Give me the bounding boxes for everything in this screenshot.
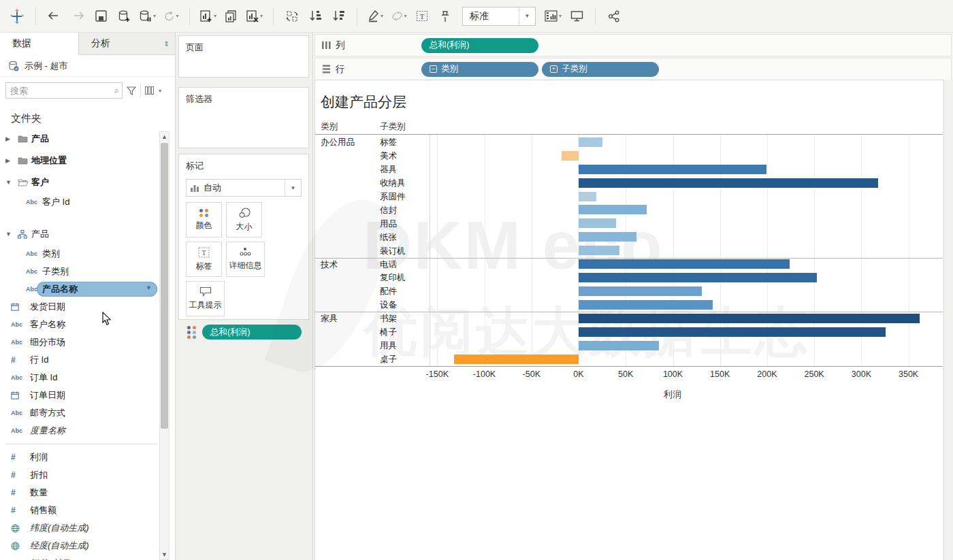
subcategory-label[interactable]: 标签	[380, 137, 397, 148]
field-经度(自动生成)[interactable]: 经度(自动生成)	[0, 537, 175, 555]
tab-analytics[interactable]: 分析	[79, 33, 158, 54]
pane-collapse-icon[interactable]: ⇕	[164, 40, 169, 48]
subcategory-label[interactable]: 椅子	[380, 327, 397, 338]
subcategory-label[interactable]: 器具	[380, 164, 397, 176]
sheet-title[interactable]: 创建产品分层	[321, 93, 406, 112]
search-box[interactable]: ⌕	[5, 82, 123, 99]
field-纬度(自动生成)[interactable]: 纬度(自动生成)	[0, 519, 175, 537]
field-类别[interactable]: Abc类别	[0, 245, 175, 263]
tooltip-button[interactable]: 工具提示	[186, 281, 225, 316]
bar-设备[interactable]	[579, 300, 713, 310]
row-field-header-category[interactable]: 类别	[321, 121, 338, 133]
marks-pill-sum-profit[interactable]: 总和(利润)	[202, 325, 302, 340]
presentation-mode-icon[interactable]	[566, 5, 587, 27]
fit-selector-caret-icon[interactable]: ▼	[519, 7, 535, 25]
tab-data[interactable]: 数据	[0, 33, 79, 55]
view-options-caret-icon[interactable]: ▾	[159, 88, 161, 94]
highlight-icon[interactable]: ▾	[366, 5, 386, 27]
bar-电话[interactable]	[579, 259, 790, 269]
show-mark-labels-icon[interactable]: T	[412, 5, 432, 27]
field-细分市场[interactable]: Abc细分市场	[0, 333, 175, 351]
field-子类别[interactable]: Abc子类别	[0, 263, 175, 280]
field-发货日期[interactable]: 发货日期	[0, 298, 175, 316]
filters-shelf[interactable]: 筛选器	[178, 87, 309, 148]
add-data-source-icon[interactable]	[114, 5, 134, 27]
caret-down-icon[interactable]: ▼	[5, 231, 12, 237]
subcategory-label[interactable]: 纸张	[380, 232, 397, 244]
field-销售额[interactable]: #销售额	[0, 501, 175, 519]
subcategory-label[interactable]: 收纳具	[380, 178, 406, 189]
bar-信封[interactable]	[579, 205, 647, 214]
show-hide-cards-icon[interactable]: ▾	[543, 5, 564, 27]
detail-button[interactable]: 详细信息	[226, 242, 265, 277]
category-label[interactable]: 家具	[321, 313, 338, 325]
new-worksheet-icon-caret[interactable]: ▾	[214, 13, 216, 19]
caret-right-icon[interactable]: ▶	[5, 135, 10, 142]
subcategory-label[interactable]: 设备	[380, 299, 397, 311]
filter-fields-icon[interactable]	[127, 86, 136, 95]
field-订单日期[interactable]: 订单日期	[0, 386, 175, 404]
field-利润[interactable]: #利润	[0, 448, 175, 466]
save-icon[interactable]	[91, 5, 111, 27]
subcategory-label[interactable]: 装订机	[380, 246, 406, 257]
subcategory-label[interactable]: 书架	[380, 313, 397, 325]
subcategory-label[interactable]: 美术	[380, 150, 397, 162]
bar-标签[interactable]	[579, 137, 602, 147]
subcategory-label[interactable]: 电话	[380, 259, 397, 271]
bar-配件[interactable]	[579, 286, 702, 296]
share-icon[interactable]	[604, 5, 624, 27]
redo-icon[interactable]	[67, 5, 88, 27]
clear-sheet-icon-caret[interactable]: ▾	[260, 13, 263, 19]
pill-子类别[interactable]: +子类别	[542, 62, 659, 77]
duplicate-sheet-icon[interactable]	[221, 5, 242, 27]
clear-sheet-icon[interactable]: ▾	[244, 5, 265, 27]
columns-shelf[interactable]: 列 总和(利润)	[314, 34, 952, 56]
bar-美术[interactable]	[562, 151, 579, 161]
field-产品[interactable]: ▼产品	[0, 223, 175, 245]
caret-right-icon[interactable]: ▶	[5, 157, 10, 164]
expand-hierarchy-icon[interactable]: +	[550, 65, 558, 73]
scrollbar-thumb[interactable]	[161, 143, 168, 429]
pause-updates-icon-caret[interactable]: ▾	[153, 13, 156, 19]
bar-用具[interactable]	[579, 341, 659, 350]
refresh-data-icon[interactable]: ▾	[161, 5, 181, 27]
highlight-icon-caret[interactable]: ▾	[381, 13, 383, 19]
bar-桌子[interactable]	[454, 355, 579, 364]
mark-type-dropdown[interactable]: 自动 ▼	[186, 179, 302, 197]
x-axis-title[interactable]: 利润	[664, 389, 681, 401]
scroll-up-icon[interactable]: ▲	[160, 132, 169, 142]
view-options-icon[interactable]	[145, 86, 155, 95]
color-button[interactable]: 颜色	[186, 202, 222, 237]
subcategory-label[interactable]: 信封	[380, 205, 397, 216]
pill-类别[interactable]: −类别	[421, 62, 538, 77]
search-input[interactable]	[6, 83, 122, 98]
label-button[interactable]: T 标签	[186, 242, 222, 277]
subcategory-label[interactable]: 桌子	[380, 354, 397, 365]
field-客户-Id[interactable]: Abc客户 Id	[0, 193, 175, 211]
pill-总和利润[interactable]: 总和(利润)	[421, 38, 538, 53]
datasource-row[interactable]: 示例 - 超市	[0, 55, 175, 77]
field-邮寄方式[interactable]: Abc邮寄方式	[0, 404, 175, 422]
category-label[interactable]: 技术	[321, 259, 338, 271]
view-scrollbar[interactable]	[943, 80, 953, 560]
category-label[interactable]: 办公用品	[321, 137, 355, 148]
new-worksheet-icon[interactable]: ▾	[198, 5, 219, 27]
sort-ascending-icon[interactable]	[305, 5, 325, 27]
bar-书架[interactable]	[579, 314, 920, 323]
sort-descending-icon[interactable]	[328, 5, 349, 27]
bar-器具[interactable]	[579, 165, 766, 174]
show-hide-cards-icon-caret[interactable]: ▾	[559, 13, 562, 19]
row-field-header-subcategory[interactable]: 子类别	[380, 121, 406, 133]
folder-产品[interactable]: ▶产品	[0, 128, 175, 150]
field-订单-(计数)[interactable]: #订单 (计数)	[0, 555, 175, 560]
folder-客户[interactable]: ▼客户	[0, 171, 175, 193]
scroll-down-icon[interactable]: ▼	[160, 550, 169, 559]
mark-type-caret-icon[interactable]: ▼	[285, 180, 301, 196]
bar-用品[interactable]	[579, 218, 616, 228]
field-客户名称[interactable]: Abc客户名称	[0, 316, 175, 333]
group-members-icon[interactable]: ▾	[389, 5, 409, 27]
swap-rows-columns-icon[interactable]	[282, 5, 302, 27]
bar-装订机[interactable]	[579, 246, 619, 255]
field-数量[interactable]: #数量	[0, 484, 175, 501]
size-button[interactable]: 大小	[226, 202, 262, 237]
